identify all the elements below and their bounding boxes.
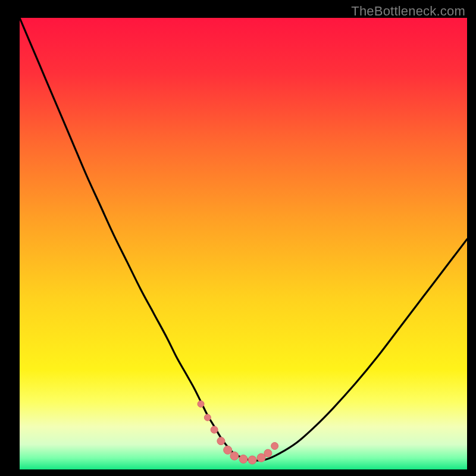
highlight-dot — [271, 443, 278, 450]
chart-frame — [9, 18, 467, 470]
highlight-dot — [198, 400, 204, 407]
highlight-dot — [224, 446, 232, 454]
highlight-dot — [211, 426, 218, 433]
gradient-background — [20, 18, 467, 469]
highlight-dot — [217, 437, 225, 445]
attribution-text: TheBottleneck.com — [351, 4, 465, 19]
highlight-dot — [239, 455, 248, 464]
bottleneck-chart — [20, 18, 467, 469]
highlight-dot — [204, 414, 211, 421]
highlight-dot — [248, 456, 256, 464]
highlight-dot — [264, 449, 272, 457]
highlight-dot — [230, 452, 239, 460]
